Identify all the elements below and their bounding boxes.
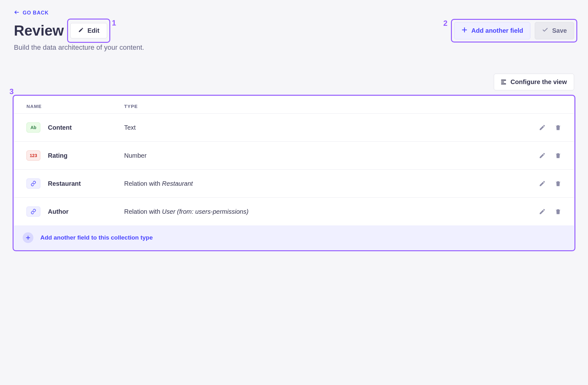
table-row: RestaurantRelation with Restaurant — [14, 170, 574, 198]
table-row: 123RatingNumber — [14, 142, 574, 170]
column-header-type: TYPE — [124, 104, 562, 109]
edit-field-button[interactable] — [539, 152, 546, 159]
edit-field-button[interactable] — [539, 208, 546, 215]
arrow-left-icon — [14, 9, 20, 16]
plus-icon — [461, 27, 468, 35]
table-row: AbContentText — [14, 114, 574, 142]
go-back-label: GO BACK — [23, 10, 49, 16]
configure-view-label: Configure the view — [510, 78, 567, 86]
go-back-link[interactable]: GO BACK — [14, 9, 49, 16]
field-name: Content — [48, 124, 72, 131]
add-field-label: Add another field — [471, 27, 523, 34]
column-header-name: NAME — [26, 104, 124, 109]
fields-table: NAME TYPE AbContentText123RatingNumberRe… — [14, 96, 574, 225]
field-name: Author — [48, 208, 69, 215]
add-field-footer[interactable]: Add another field to this collection typ… — [14, 225, 574, 250]
field-type: Relation with Restaurant — [124, 180, 539, 187]
edit-label: Edit — [88, 27, 100, 34]
page-subtitle: Build the data architecture of your cont… — [14, 43, 144, 52]
check-icon — [542, 27, 548, 35]
save-button[interactable]: Save — [535, 22, 574, 39]
type-badge — [26, 178, 40, 189]
list-icon — [501, 80, 506, 84]
type-badge: 123 — [26, 150, 40, 161]
edit-field-button[interactable] — [539, 180, 546, 187]
pencil-icon — [78, 27, 84, 34]
page-title: Review — [14, 22, 64, 39]
annotation-number-1: 1 — [112, 19, 116, 27]
delete-field-button[interactable] — [555, 208, 562, 215]
delete-field-button[interactable] — [555, 180, 562, 187]
type-badge — [26, 207, 40, 217]
type-badge: Ab — [26, 122, 40, 133]
field-name: Rating — [48, 152, 67, 159]
save-label: Save — [552, 27, 567, 34]
field-name: Restaurant — [48, 180, 81, 187]
add-field-footer-label: Add another field to this collection typ… — [40, 234, 153, 241]
configure-view-button[interactable]: Configure the view — [494, 74, 574, 90]
field-type: Relation with User (from: users-permissi… — [124, 208, 539, 215]
table-header: NAME TYPE — [14, 96, 574, 114]
annotation-number-3: 3 — [9, 87, 14, 96]
table-row: AuthorRelation with User (from: users-pe… — [14, 198, 574, 225]
annotation-number-2: 2 — [443, 19, 447, 28]
edit-field-button[interactable] — [539, 124, 546, 131]
field-type: Number — [124, 152, 539, 159]
plus-circle-icon — [23, 232, 33, 243]
field-type: Text — [124, 124, 539, 131]
delete-field-button[interactable] — [555, 152, 562, 159]
add-field-button[interactable]: Add another field — [454, 22, 530, 39]
edit-button[interactable]: Edit — [70, 23, 107, 38]
delete-field-button[interactable] — [555, 124, 562, 131]
